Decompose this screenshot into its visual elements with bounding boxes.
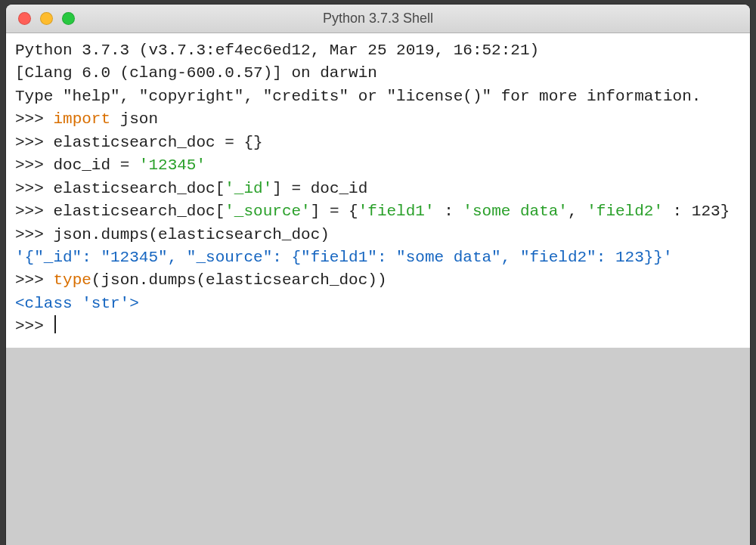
- minimize-icon[interactable]: [40, 12, 53, 25]
- string: '12345': [139, 156, 206, 174]
- close-icon[interactable]: [18, 12, 31, 25]
- banner-line: Type "help", "copyright", "credits" or "…: [15, 88, 701, 105]
- code: : 123}: [663, 203, 730, 220]
- prompt: >>>: [15, 156, 53, 174]
- banner-line: [Clang 6.0 (clang-600.0.57)] on darwin: [15, 64, 377, 82]
- code: :: [435, 203, 463, 220]
- code: elasticsearch_doc = {}: [53, 134, 262, 151]
- code: ] = {: [311, 203, 358, 220]
- code: doc_id =: [53, 156, 138, 174]
- zoom-icon[interactable]: [62, 12, 75, 25]
- prompt: >>>: [15, 110, 53, 128]
- empty-area: [6, 348, 750, 545]
- code: json: [110, 110, 158, 128]
- keyword-import: import: [53, 110, 110, 128]
- app-window: Python 3.7.3 Shell Python 3.7.3 (v3.7.3:…: [6, 5, 750, 545]
- code: ,: [568, 203, 587, 220]
- banner-line: Python 3.7.3 (v3.7.3:ef4ec6ed12, Mar 25 …: [15, 42, 549, 59]
- keyword-type: type: [53, 271, 91, 289]
- code: elasticsearch_doc[: [53, 180, 225, 197]
- code: elasticsearch_doc[: [53, 203, 225, 220]
- shell-content[interactable]: Python 3.7.3 (v3.7.3:ef4ec6ed12, Mar 25 …: [6, 33, 750, 348]
- code: ] = doc_id: [272, 180, 367, 197]
- string: 'some data': [463, 203, 568, 220]
- output-string: '{"_id": "12345", "_source": {"field1": …: [15, 249, 673, 266]
- code: json.dumps(elasticsearch_doc): [53, 226, 329, 243]
- window-title: Python 3.7.3 Shell: [6, 11, 750, 26]
- prompt: >>>: [15, 180, 53, 197]
- output-class: <class 'str'>: [15, 295, 139, 312]
- prompt: >>>: [15, 317, 53, 335]
- prompt: >>>: [15, 203, 53, 220]
- titlebar: Python 3.7.3 Shell: [6, 5, 750, 33]
- string: 'field1': [358, 203, 435, 220]
- string: '_id': [225, 180, 272, 197]
- string: '_source': [225, 203, 310, 220]
- prompt: >>>: [15, 226, 53, 243]
- string: 'field2': [587, 203, 663, 220]
- traffic-lights: [6, 12, 75, 25]
- prompt: >>>: [15, 271, 53, 289]
- cursor: [54, 315, 56, 333]
- code: (json.dumps(elasticsearch_doc)): [91, 271, 387, 289]
- prompt: >>>: [15, 134, 53, 151]
